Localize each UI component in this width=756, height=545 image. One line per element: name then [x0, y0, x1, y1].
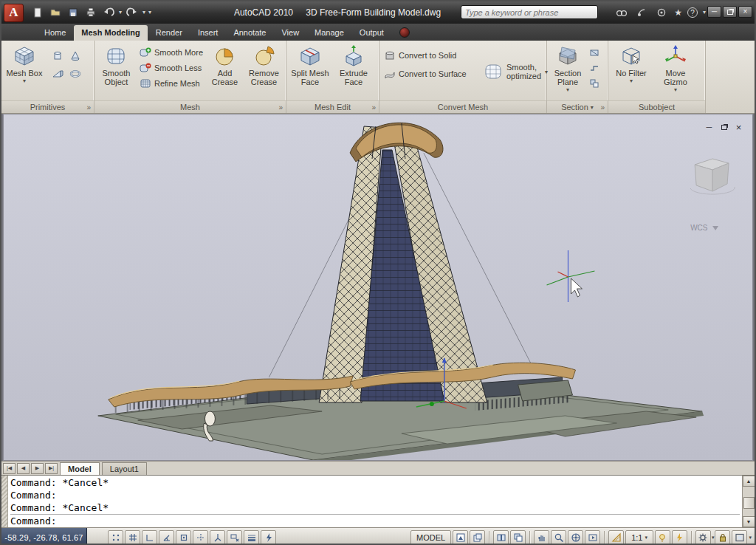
- red-orb-icon[interactable]: [399, 27, 410, 38]
- tab-output[interactable]: Output: [352, 25, 391, 41]
- panel-label-mesh-edit[interactable]: Mesh Edit »: [286, 100, 379, 113]
- tab-layout1[interactable]: Layout1: [102, 462, 147, 475]
- viewport-minimize-button[interactable]: ─: [704, 123, 714, 131]
- restore-button[interactable]: [723, 6, 737, 18]
- undo-dropdown-icon[interactable]: ▾: [119, 10, 122, 16]
- command-window-grip[interactable]: [1, 476, 8, 527]
- mesh-box-button[interactable]: Mesh Box ▾: [4, 44, 45, 100]
- tab-model[interactable]: Model: [60, 462, 100, 475]
- panel-label-primitives[interactable]: Primitives »: [1, 100, 94, 113]
- tab-home[interactable]: Home: [37, 25, 73, 41]
- panel-overflow-icon[interactable]: »: [371, 103, 376, 112]
- panel-label-subobject[interactable]: Subobject: [608, 100, 705, 113]
- panel-overflow-icon[interactable]: »: [86, 103, 91, 112]
- qat-customize-icon[interactable]: ▾: [148, 10, 151, 16]
- section-plane-button[interactable]: Section Plane ▾: [549, 44, 586, 100]
- status-menu-chevron-icon[interactable]: ▾: [749, 535, 752, 541]
- quick-view-layouts-button[interactable]: [493, 530, 509, 545]
- lwt-toggle[interactable]: [244, 530, 259, 545]
- dyn-toggle[interactable]: [227, 530, 242, 545]
- qp-toggle[interactable]: [261, 530, 276, 545]
- chevron-down-icon[interactable]: ▾: [712, 535, 715, 541]
- toolbar-lock-button[interactable]: [715, 530, 730, 545]
- panel-dropdown-icon[interactable]: ▾: [591, 104, 594, 111]
- split-mesh-face-button[interactable]: Split Mesh Face: [289, 44, 331, 100]
- scroll-up-button[interactable]: ▲: [743, 476, 755, 487]
- smooth-optimized-button[interactable]: Smooth, optimized ▾: [481, 60, 551, 83]
- smooth-less-button[interactable]: Smooth Less: [137, 61, 205, 75]
- annotation-visibility-button[interactable]: [655, 530, 670, 545]
- primitive-cone-button[interactable]: [67, 48, 83, 64]
- add-crease-button[interactable]: Add Crease: [207, 44, 243, 100]
- command-prompt[interactable]: Command:: [10, 514, 740, 527]
- last-layout-button[interactable]: ▶|: [45, 463, 58, 474]
- panel-label-convert-mesh[interactable]: Convert Mesh: [379, 100, 546, 113]
- communication-center-icon[interactable]: [654, 5, 669, 20]
- workspace-switching-button[interactable]: [695, 530, 711, 545]
- search-input[interactable]: [465, 8, 594, 17]
- open-file-button[interactable]: [48, 5, 63, 20]
- generate-section-button[interactable]: [588, 77, 601, 90]
- coordinate-readout[interactable]: -58.29, -26.78, 61.67: [1, 528, 87, 545]
- close-button[interactable]: ×: [738, 6, 752, 18]
- tab-insert[interactable]: Insert: [190, 25, 226, 41]
- no-filter-button[interactable]: No Filter ▾: [611, 44, 652, 100]
- help-icon[interactable]: ?: [687, 7, 698, 18]
- convert-to-solid-button[interactable]: Convert to Solid: [382, 48, 464, 62]
- live-section-button[interactable]: [588, 46, 601, 59]
- panel-overflow-icon[interactable]: »: [600, 103, 605, 112]
- grid-toggle[interactable]: [125, 530, 140, 545]
- extrude-face-button[interactable]: Extrude Face: [333, 44, 374, 100]
- polar-toggle[interactable]: [159, 530, 174, 545]
- scroll-thumb[interactable]: [743, 497, 755, 509]
- annotation-scale-icon[interactable]: [608, 530, 624, 545]
- viewport-close-button[interactable]: ×: [734, 123, 743, 131]
- move-gizmo-button[interactable]: Move Gizmo ▾: [653, 44, 698, 100]
- redo-dropdown-icon[interactable]: ▾: [142, 10, 145, 16]
- viewport-restore-button[interactable]: [719, 123, 729, 131]
- smooth-more-button[interactable]: Smooth More: [137, 45, 205, 59]
- pan-button[interactable]: [534, 530, 549, 545]
- ducs-toggle[interactable]: [210, 530, 225, 545]
- minimize-button[interactable]: ─: [707, 6, 721, 18]
- next-layout-button[interactable]: ▶: [31, 463, 44, 474]
- add-jog-button[interactable]: [588, 61, 601, 75]
- wcs-menu[interactable]: WCS: [690, 224, 718, 232]
- autocad-logo-icon[interactable]: A: [4, 4, 24, 22]
- convert-to-surface-button[interactable]: Convert to Surface: [382, 66, 464, 80]
- search-binoculars-icon[interactable]: [614, 5, 629, 20]
- show-motion-button[interactable]: [585, 530, 600, 545]
- tab-render[interactable]: Render: [148, 25, 190, 41]
- scroll-down-button[interactable]: ▼: [743, 516, 755, 527]
- ortho-toggle[interactable]: [142, 530, 157, 545]
- subscription-center-icon[interactable]: [634, 5, 649, 20]
- panel-label-mesh[interactable]: Mesh »: [94, 100, 286, 113]
- primitive-wedge-button[interactable]: [49, 66, 66, 82]
- favorites-star-icon[interactable]: ★: [674, 7, 682, 18]
- layout-icon[interactable]: [453, 530, 468, 545]
- redo-button[interactable]: [125, 5, 140, 20]
- infocenter-dropdown-icon[interactable]: ▾: [703, 10, 706, 16]
- zoom-button[interactable]: [551, 530, 566, 545]
- panel-label-section[interactable]: Section ▾ »: [547, 100, 608, 113]
- tab-mesh-modeling[interactable]: Mesh Modeling: [74, 25, 147, 41]
- plot-button[interactable]: [83, 5, 98, 20]
- refine-mesh-button[interactable]: Refine Mesh: [137, 76, 205, 90]
- save-button[interactable]: [66, 5, 80, 20]
- panel-overflow-icon[interactable]: »: [278, 103, 283, 112]
- steering-wheel-button[interactable]: [568, 530, 583, 545]
- first-layout-button[interactable]: |◀: [3, 463, 16, 474]
- drawing-viewport[interactable]: WCS ─ ×: [3, 114, 753, 461]
- undo-button[interactable]: [101, 5, 116, 20]
- osnap-toggle[interactable]: [176, 530, 191, 545]
- auto-annotation-button[interactable]: [672, 530, 687, 545]
- tab-annotate[interactable]: Annotate: [226, 25, 273, 41]
- snap-toggle[interactable]: [108, 530, 123, 545]
- tab-manage[interactable]: Manage: [307, 25, 351, 41]
- new-file-button[interactable]: [30, 5, 45, 20]
- primitive-cylinder-button[interactable]: [49, 48, 66, 64]
- tab-view[interactable]: View: [274, 25, 306, 41]
- remove-crease-button[interactable]: Remove Crease: [244, 44, 284, 100]
- layouts-icon[interactable]: [470, 530, 485, 545]
- clean-screen-button[interactable]: [732, 530, 747, 545]
